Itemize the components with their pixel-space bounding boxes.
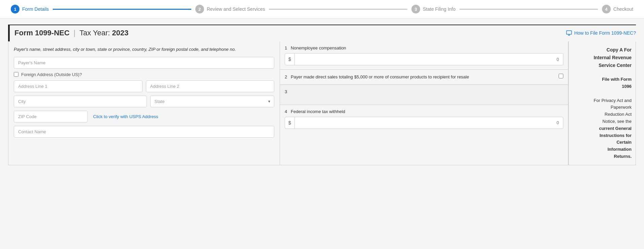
state-select-wrapper: State [150,96,275,107]
foreign-address-row: Foreign Address (Outside US)? [14,72,274,77]
dollar-sign-1: $ [285,54,295,65]
copy-a-title: Copy A For Internal Revenue Service Cent… [573,46,632,69]
section-2-label: Payer made direct sales totaling $5,000 … [291,74,469,79]
contact-name-input[interactable] [14,126,274,138]
dollar-sign-4: $ [285,117,295,129]
federal-tax-withheld-input[interactable] [295,117,563,128]
step-1[interactable]: 1 Form Details [11,5,49,13]
presentation-icon [566,30,572,36]
section-1-label: Nonemployee compensation [291,45,346,50]
section-2-text-area: 2 Payer made direct sales totaling $5,00… [285,74,469,80]
form-title-area: Form 1099-NEC | Tax Year: 2023 [14,29,128,37]
city-input[interactable] [14,96,147,107]
address-lines-row [14,80,274,92]
form-header: Form 1099-NEC | Tax Year: 2023 How to Fi… [8,25,636,41]
contact-name-row [14,126,274,138]
step-1-circle: 1 [11,5,19,13]
main-content: Form 1099-NEC | Tax Year: 2023 How to Fi… [0,19,644,165]
section-4-label: Federal income tax withheld [291,109,345,114]
payer-name-row [14,57,274,69]
step-3-circle: 3 [411,5,420,13]
svg-rect-0 [567,31,572,34]
step-line-3 [459,9,598,10]
stepper: 1 Form Details 2 Review and Select Servi… [0,0,644,19]
city-state-row: State [14,96,274,107]
step-3[interactable]: 3 State Filing Info [411,5,455,13]
title-separator: | [74,29,76,37]
step-2[interactable]: 2 Review and Select Services [195,5,265,13]
state-select[interactable]: State [150,96,275,107]
privacy-notice: For Privacy Act and Paperwork Reduction … [573,97,632,160]
address-line1-input[interactable] [14,80,143,92]
payer-description: Payer's name, street address, city or to… [14,46,274,53]
usps-verify-link[interactable]: Click to verify with USPS Address [93,114,158,119]
tax-year-text: Tax Year: 2023 [80,29,129,37]
foreign-address-label: Foreign Address (Outside US)? [21,72,82,77]
section-2-content: 2 Payer made direct sales totaling $5,00… [285,74,563,80]
section-4-header: 4 Federal income tax withheld [285,109,563,114]
payer-name-input[interactable] [14,57,274,69]
zip-usps-row: Click to verify with USPS Address [14,111,274,122]
nonemployee-comp-input[interactable] [295,54,563,65]
section-2-checkbox[interactable] [559,74,563,78]
left-panel: Payer's name, street address, city or to… [8,41,280,165]
step-1-label: Form Details [22,6,49,12]
form-body: Payer's name, street address, city or to… [8,41,636,165]
section-4: 4 Federal income tax withheld $ [280,105,568,133]
how-to-link[interactable]: How to File Form 1099-NEC? [566,30,636,36]
foreign-address-checkbox[interactable] [14,72,18,77]
step-line-2 [269,9,407,10]
info-panel: Copy A For Internal Revenue Service Cent… [568,41,636,165]
right-panel: 1 Nonemployee compensation $ 2 Payer mad… [280,41,568,165]
step-line-1 [53,9,191,10]
section-1-header: 1 Nonemployee compensation [285,45,563,50]
step-2-label: Review and Select Services [207,6,265,12]
file-with-info: File with Form 1096 [573,76,632,90]
step-4[interactable]: 4 Checkout [602,5,633,13]
step-4-label: Checkout [613,6,633,12]
section-1: 1 Nonemployee compensation $ [280,41,568,70]
step-4-circle: 4 [602,5,611,13]
zip-input[interactable] [14,111,88,122]
section-3: 3 [280,85,568,105]
section-1-input-wrapper: $ [285,53,563,65]
step-3-label: State Filing Info [423,6,455,12]
section-2: 2 Payer made direct sales totaling $5,00… [280,70,568,85]
section-4-input-wrapper: $ [285,117,563,129]
address-line2-input[interactable] [146,80,275,92]
form-title: Form 1099-NEC [14,29,70,37]
step-2-circle: 2 [195,5,204,13]
